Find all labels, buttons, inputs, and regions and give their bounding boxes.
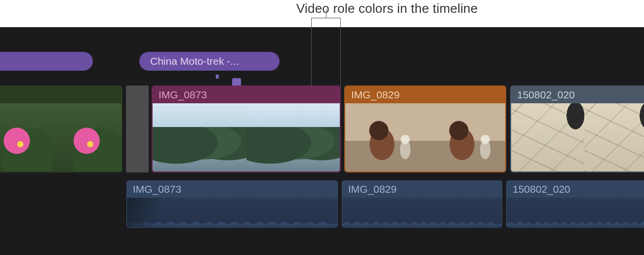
title-clip-label: China Moto-trek -... — [150, 55, 239, 67]
annotation-label: Video role colors in the timeline — [296, 1, 478, 16]
video-clip-label: IMG_0873 — [153, 86, 340, 103]
audio-clip-label: IMG_0829 — [342, 181, 502, 198]
video-clip[interactable]: IMG_0873 — [152, 85, 341, 172]
woman-thumbnail — [425, 103, 505, 171]
filmstrip — [345, 103, 505, 171]
video-clip[interactable]: IMG_0873 — [0, 85, 122, 172]
video-clip-label: IMG_0829 — [345, 86, 505, 103]
title-clip[interactable] — [0, 52, 93, 71]
annotation-area: Video role colors in the timeline — [0, 0, 644, 27]
lotus-thumbnail — [52, 103, 121, 171]
audio-waveform-area — [507, 198, 644, 228]
video-clip[interactable]: IMG_0829 — [344, 85, 506, 172]
title-clip[interactable]: China Moto-trek -... — [139, 52, 280, 71]
audio-clip[interactable]: 150802_020 — [506, 180, 644, 228]
mountain-thumbnail — [246, 103, 340, 171]
video-row: IMG_0873IMG_0873IMG_0829150802_020 — [0, 85, 644, 172]
titles-row: China Moto-trek -... — [0, 52, 644, 72]
audio-clip-label: IMG_0873 — [127, 181, 337, 198]
filmstrip — [511, 103, 644, 171]
timeline[interactable]: China Moto-trek -... IMG_0873IMG_0873IMG… — [0, 27, 644, 255]
map-thumbnail — [584, 103, 644, 171]
video-clip-label: IMG_0873 — [0, 86, 121, 103]
map-thumbnail — [511, 103, 584, 171]
waveform — [507, 219, 644, 226]
audio-clip[interactable]: IMG_0829 — [342, 180, 502, 228]
video-clip[interactable]: 150802_020 — [510, 85, 644, 172]
audio-fade-in — [127, 198, 161, 228]
filmstrip — [153, 103, 340, 171]
waveform — [342, 219, 502, 226]
keyframe-tick — [216, 75, 219, 79]
audio-clip-label: 150802_020 — [507, 181, 644, 198]
audio-row: IMG_0873IMG_0829150802_020 — [0, 180, 644, 235]
mountain-thumbnail — [153, 103, 246, 171]
audio-waveform-area — [342, 198, 502, 228]
filmstrip — [0, 103, 121, 171]
video-clip-label: 150802_020 — [511, 86, 644, 103]
gap-clip[interactable] — [126, 85, 149, 172]
audio-clip[interactable]: IMG_0873 — [126, 180, 338, 228]
woman-thumbnail — [345, 103, 425, 171]
lotus-thumbnail — [0, 103, 52, 171]
